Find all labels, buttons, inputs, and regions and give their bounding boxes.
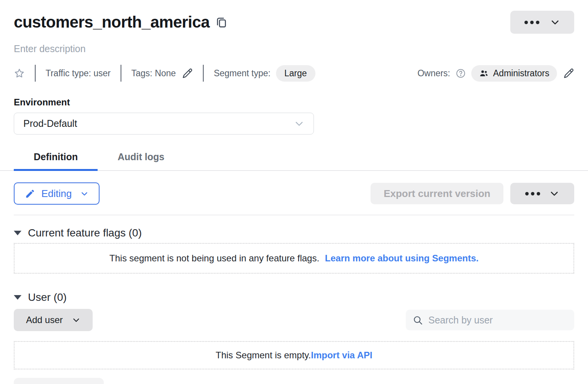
tab-definition[interactable]: Definition bbox=[14, 151, 98, 170]
tabs-bar: Definition Audit logs bbox=[0, 151, 588, 171]
star-icon[interactable] bbox=[14, 68, 25, 79]
add-user-label: Add user bbox=[26, 315, 63, 325]
ellipsis-icon bbox=[525, 192, 540, 195]
environment-label: Environment bbox=[14, 97, 574, 108]
segment-type-badge: Large bbox=[276, 65, 315, 82]
divider bbox=[121, 65, 121, 82]
page-title: customers_north_america bbox=[14, 13, 209, 31]
header-more-menu-button[interactable] bbox=[510, 11, 574, 34]
caret-down-icon bbox=[14, 295, 21, 300]
environment-selected-value: Prod-Default bbox=[23, 118, 77, 129]
user-controls-row: Add user bbox=[14, 309, 574, 331]
editing-mode-button[interactable]: Editing bbox=[14, 182, 100, 205]
add-user-button[interactable]: Add user bbox=[14, 309, 93, 331]
divider bbox=[14, 215, 574, 215]
user-section-title: User (0) bbox=[28, 291, 67, 304]
edit-tags-pencil-icon[interactable] bbox=[182, 68, 193, 79]
segment-detail-page: customers_north_america Enter descriptio… bbox=[0, 0, 588, 384]
segment-empty-text: This Segment is empty. bbox=[216, 350, 311, 360]
copy-icon[interactable] bbox=[216, 16, 227, 28]
feature-flags-empty-text: This segment is not being used in any fe… bbox=[109, 253, 319, 263]
segment-empty-state: This Segment is empty.Import via API bbox=[14, 341, 574, 369]
ellipsis-icon bbox=[524, 21, 539, 24]
search-by-user-box[interactable] bbox=[406, 310, 574, 330]
traffic-type-label: Traffic type: user bbox=[46, 68, 111, 79]
help-circle-icon[interactable] bbox=[456, 68, 466, 79]
owners-group: Owners: bbox=[417, 65, 574, 82]
search-icon bbox=[413, 315, 423, 325]
caret-down-icon bbox=[14, 231, 21, 235]
description-placeholder[interactable]: Enter description bbox=[14, 43, 574, 54]
editing-label: Editing bbox=[41, 188, 72, 200]
title-row: customers_north_america bbox=[14, 0, 574, 34]
learn-more-link[interactable]: Learn more about using Segments. bbox=[325, 253, 479, 263]
user-section-header[interactable]: User (0) bbox=[14, 291, 67, 304]
feature-flags-section-title: Current feature flags (0) bbox=[28, 227, 142, 239]
owners-label: Owners: bbox=[417, 68, 450, 79]
search-by-user-input[interactable] bbox=[428, 314, 567, 326]
people-icon bbox=[479, 68, 489, 78]
cutoff-button-peek bbox=[14, 378, 104, 384]
pencil-icon bbox=[25, 189, 35, 199]
edit-owners-pencil-icon[interactable] bbox=[563, 68, 574, 79]
chevron-down-icon bbox=[80, 190, 88, 198]
meta-row: Traffic type: user Tags: None Segment ty… bbox=[14, 65, 574, 82]
definition-toolbar: Editing Export current version bbox=[14, 182, 574, 205]
feature-flags-empty-state: This segment is not being used in any fe… bbox=[14, 243, 574, 274]
environment-select[interactable]: Prod-Default bbox=[14, 113, 314, 135]
tags-label: Tags: None bbox=[131, 68, 176, 79]
owners-badge[interactable]: Administrators bbox=[471, 65, 557, 82]
tab-audit-logs[interactable]: Audit logs bbox=[98, 151, 184, 170]
definition-more-menu-button[interactable] bbox=[510, 183, 574, 204]
chevron-down-icon bbox=[549, 189, 559, 199]
divider bbox=[203, 65, 204, 82]
segment-type-label: Segment type: bbox=[214, 68, 270, 79]
divider bbox=[35, 65, 36, 82]
chevron-down-icon bbox=[294, 118, 304, 129]
export-current-version-button[interactable]: Export current version bbox=[371, 183, 503, 204]
chevron-down-icon bbox=[72, 316, 80, 324]
owners-value: Administrators bbox=[493, 68, 549, 79]
import-via-api-link[interactable]: Import via API bbox=[311, 350, 372, 360]
feature-flags-section-header[interactable]: Current feature flags (0) bbox=[14, 227, 142, 239]
chevron-down-icon bbox=[550, 17, 560, 27]
